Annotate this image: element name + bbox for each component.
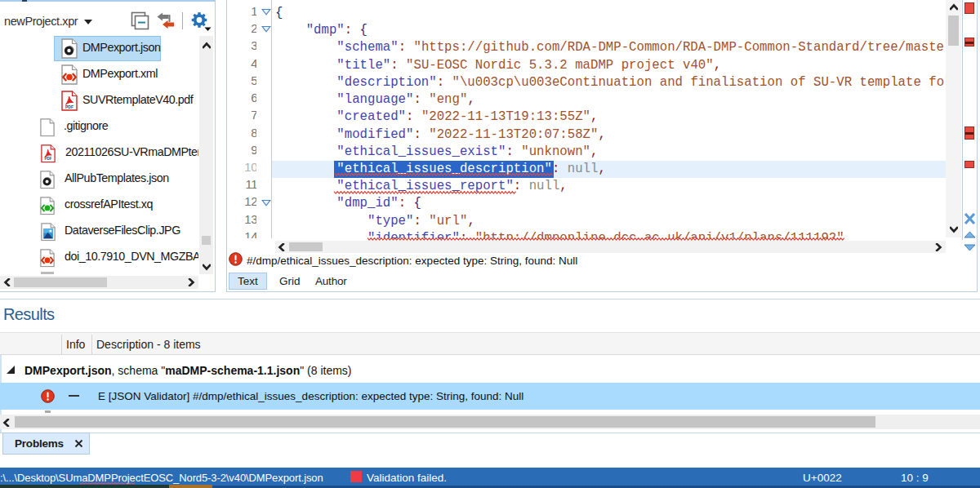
svg-text:PDF: PDF	[45, 157, 52, 161]
svg-text:PDF: PDF	[65, 104, 74, 109]
